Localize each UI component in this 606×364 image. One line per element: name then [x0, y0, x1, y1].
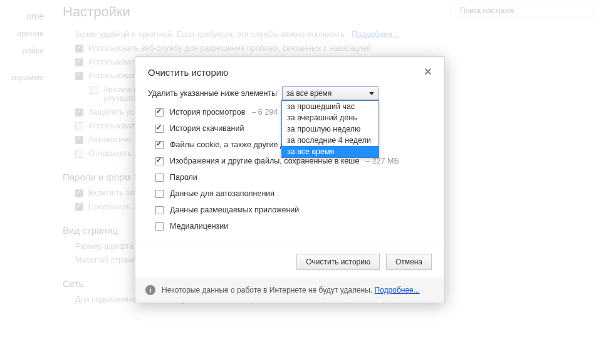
- time-range-select[interactable]: за все время: [282, 86, 379, 100]
- clear-data-option: Данные для автозаполнения: [155, 189, 432, 198]
- clear-data-option: Пароли: [155, 173, 432, 182]
- time-range-dropdown: за прошедший часза вчерашний деньза прош…: [281, 100, 379, 158]
- option-label: Пароли: [170, 173, 197, 182]
- checkbox[interactable]: [155, 222, 164, 231]
- option-label: Данные размещаемых приложений: [170, 205, 299, 214]
- clear-data-option: Медиалицензии: [155, 222, 432, 231]
- option-label: Файлы cookie, а также другие д: [170, 140, 285, 149]
- clear-history-button[interactable]: Очистить историю: [296, 254, 380, 270]
- delete-elements-label: Удалить указанные ниже элементы: [148, 89, 277, 98]
- info-learn-more-link[interactable]: Подробнее...: [375, 286, 420, 294]
- option-label: История скачиваний: [170, 124, 244, 133]
- clear-history-dialog: Очистить историю ✕ Удалить указанные ниж…: [135, 56, 445, 303]
- checkbox[interactable]: [155, 190, 164, 198]
- dialog-info-bar: i Некоторые данные о работе в Интернете …: [135, 278, 444, 303]
- option-label: Данные для автозаполнения: [170, 189, 274, 198]
- checkbox[interactable]: [155, 141, 164, 149]
- checkbox[interactable]: [155, 206, 164, 214]
- option-suffix: – 6 294: [251, 108, 278, 117]
- checkbox[interactable]: [155, 125, 164, 133]
- option-label: Медиалицензии: [170, 222, 228, 231]
- dialog-title: Очистить историю: [148, 67, 228, 78]
- info-icon: i: [145, 285, 155, 295]
- chevron-down-icon: [369, 92, 374, 95]
- close-icon[interactable]: ✕: [424, 67, 432, 77]
- option-label: Изображения и другие файлы, сохраненные …: [170, 157, 359, 165]
- info-text: Некоторые данные о работе в Интернете не…: [162, 286, 375, 294]
- checkbox[interactable]: [155, 174, 164, 182]
- checkbox[interactable]: [155, 108, 164, 117]
- dropdown-option[interactable]: за прошедший час: [282, 101, 379, 112]
- time-range-value: за все время: [286, 89, 332, 98]
- clear-data-option: Изображения и другие файлы, сохраненные …: [155, 157, 432, 165]
- option-suffix: – 227 МБ: [365, 157, 399, 165]
- checkbox[interactable]: [155, 157, 164, 165]
- dropdown-option[interactable]: за последние 4 недели: [282, 135, 379, 146]
- cancel-button[interactable]: Отмена: [386, 254, 432, 270]
- option-label: История просмотров: [170, 108, 245, 117]
- dropdown-option[interactable]: за все время: [282, 146, 379, 157]
- dropdown-option[interactable]: за прошлую неделю: [282, 123, 379, 135]
- dropdown-option[interactable]: за вчерашний день: [282, 112, 379, 123]
- clear-data-option: Данные размещаемых приложений: [155, 205, 432, 214]
